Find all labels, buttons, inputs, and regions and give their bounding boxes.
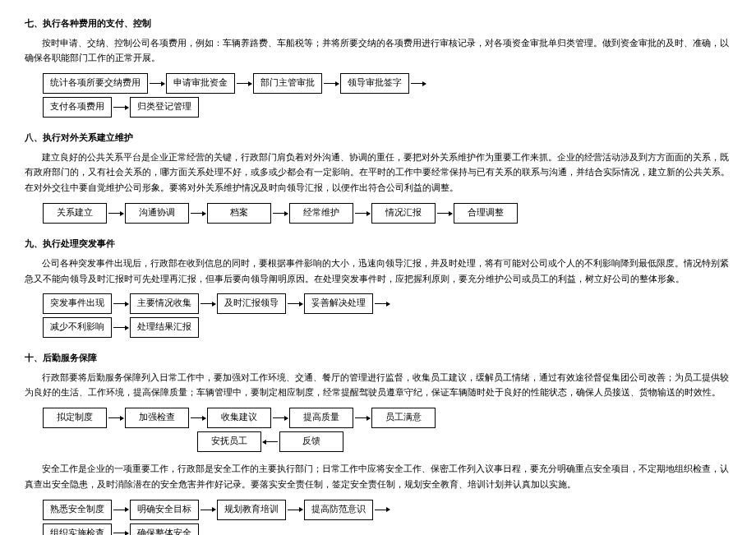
section-eight: 八、执行对外关系建立维护 建立良好的公共关系平台是企业正常经营的关键，行政部门肩… [25,131,731,224]
flow-box: 安抚员工 [197,431,261,452]
para-ten-2: 安全工作是企业的一项重要工作，行政部是安全工作的主要执行部门；日常工作中应将安全… [25,462,731,493]
arrow-rev-icon [263,441,278,442]
arrow-icon [150,83,164,84]
para-ten-1: 行政部要将后勤服务保障列入日常工作中，要加强对工作环境、交通、餐厅的管理进行监督… [25,371,731,402]
flow-box: 提高质量 [289,408,353,428]
arrow-icon [375,303,390,304]
arrow-icon [437,213,452,214]
heading-ten: 十、后勤服务保障 [25,351,731,366]
flow-ten-row2: 安抚员工 反馈 [43,431,731,452]
heading-eight: 八、执行对外关系建立维护 [25,131,731,145]
flow-box: 统计各项所要交纳费用 [43,73,148,94]
heading-seven: 七、执行各种费用的支付、控制 [25,16,731,31]
flow-box: 情况汇报 [371,203,436,224]
flow-box: 收集建议 [207,408,271,428]
para-nine: 公司各种突发事件出现后，行政部在收到信息的同时，要根据事件影响的大小，迅速向领导… [25,256,731,288]
flow-ten-row3: 熟悉安全制度 明确安全目标 规划教育培训 提高防范意识 [43,500,731,520]
flow-box: 经常维护 [289,203,353,224]
arrow-icon [288,510,302,510]
flow-seven-row1: 统计各项所要交纳费用 申请审批资金 部门主管审批 领导审批签字 [43,73,731,94]
flow-box: 领导审批签字 [340,73,409,94]
flow-box: 突发事件出现 [43,293,112,314]
arrow-icon [273,417,288,418]
flow-box: 关系建立 [43,203,107,224]
heading-nine: 九、执行处理突发事件 [25,237,731,251]
flow-box: 部门主管审批 [253,73,322,94]
flow-box: 熟悉安全制度 [43,500,112,520]
flow-box: 规划教育培训 [217,500,286,520]
arrow-icon [237,83,251,84]
arrow-icon [411,83,426,84]
arrow-icon [113,533,128,533]
flow-box: 员工满意 [371,408,436,428]
flow-box: 及时汇报领导 [217,293,286,314]
flow-box: 加强检查 [125,408,189,428]
flow-box: 拟定制度 [43,408,107,428]
arrow-icon [201,510,215,510]
flow-box: 档案 [207,203,271,224]
flow-ten-row4: 组织实施检查 确保整体安全 [43,523,731,535]
arrow-icon [113,510,128,510]
flow-box: 妥善解决处理 [304,293,373,314]
flow-box: 确保整体安全 [130,523,199,535]
para-eight: 建立良好的公共关系平台是企业正常经营的关键，行政部门肩负着对外沟通、协调的重任，… [25,150,731,197]
flow-seven-row2: 支付各项费用 归类登记管理 [43,97,731,118]
flow-eight-row1: 关系建立 沟通协调 档案 经常维护 情况汇报 合理调整 [43,203,731,224]
flow-box: 归类登记管理 [130,97,199,118]
flow-nine-row1: 突发事件出现 主要情况收集 及时汇报领导 妥善解决处理 [43,293,731,314]
flow-box: 减少不利影响 [43,317,112,338]
flow-box: 反馈 [279,431,343,452]
arrow-icon [355,213,370,214]
arrow-icon [108,417,123,418]
arrow-icon [191,213,205,214]
arrow-icon [191,417,205,418]
flow-nine-row2: 减少不利影响 处理结果汇报 [43,317,731,338]
flow-box: 支付各项费用 [43,97,112,118]
arrow-icon [108,213,123,214]
section-ten: 十、后勤服务保障 行政部要将后勤服务保障列入日常工作中，要加强对工作环境、交通、… [25,351,731,535]
arrow-icon [113,303,128,304]
flow-box: 组织实施检查 [43,523,112,535]
flow-ten-row1: 拟定制度 加强检查 收集建议 提高质量 员工满意 [43,408,731,428]
flow-box: 申请审批资金 [166,73,235,94]
section-nine: 九、执行处理突发事件 公司各种突发事件出现后，行政部在收到信息的同时，要根据事件… [25,237,731,338]
section-seven: 七、执行各种费用的支付、控制 按时申请、交纳、控制公司各项费用，例如：车辆养路费… [25,16,731,118]
flow-box: 明确安全目标 [130,500,199,520]
para-seven: 按时申请、交纳、控制公司各项费用，例如：车辆养路费、车船税等；并将所要交纳的各项… [25,36,731,67]
flow-box: 处理结果汇报 [130,317,199,338]
arrow-icon [324,83,339,84]
flow-box: 提高防范意识 [304,500,373,520]
arrow-icon [113,327,128,328]
arrow-icon [355,417,370,418]
arrow-icon [201,303,215,304]
flow-box: 沟通协调 [125,203,189,224]
arrow-icon [273,213,288,214]
arrow-icon [288,303,302,304]
flow-box: 合理调整 [454,203,518,224]
flow-box: 主要情况收集 [130,293,199,314]
arrow-icon [375,510,390,510]
arrow-icon [113,107,128,108]
